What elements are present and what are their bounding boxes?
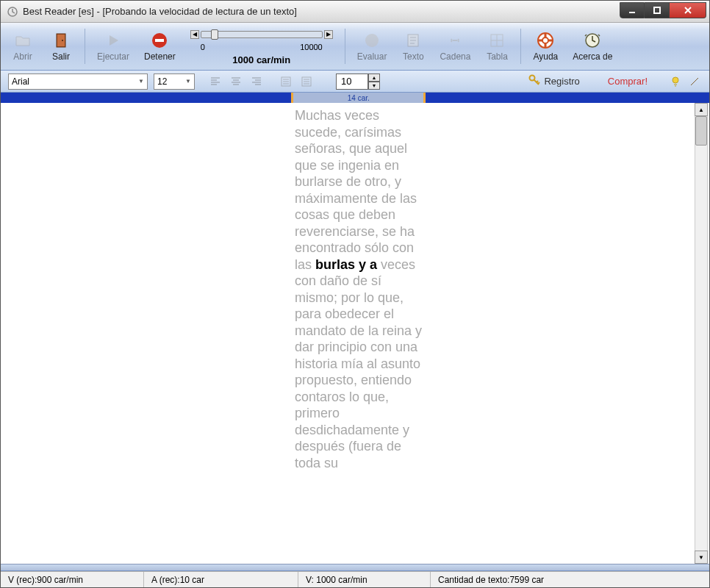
toolbar-separator: [520, 29, 521, 64]
titlebar[interactable]: Best Reader [es] - [Probando la velocida…: [1, 1, 709, 23]
svg-rect-9: [155, 39, 164, 42]
svg-point-10: [365, 34, 379, 47]
slider-right-arrow[interactable]: ▶: [324, 30, 333, 39]
table-button[interactable]: Tabla: [479, 26, 514, 67]
list-group: [277, 74, 315, 90]
chain-button[interactable]: Cadena: [434, 26, 476, 67]
slider-track[interactable]: [201, 31, 323, 38]
brush-button[interactable]: [687, 74, 702, 89]
svg-rect-6: [57, 35, 65, 46]
folder-open-icon: [13, 31, 32, 50]
statusbar: V (rec):900 car/min A (rec):10 car V: 10…: [1, 571, 709, 587]
door-icon: [51, 31, 71, 50]
lightbulb-button[interactable]: [668, 74, 683, 89]
about-button[interactable]: Acerca de: [567, 26, 618, 67]
columns-spinner: ▲ ▼: [336, 74, 380, 90]
status-vrec: V (rec):900 car/min: [1, 572, 144, 587]
hint-buttons: [668, 74, 702, 89]
status-cantidad: Cantidad de texto:7599 car: [431, 572, 709, 587]
exit-button[interactable]: Salir: [43, 26, 79, 67]
slider-thumb[interactable]: [211, 29, 218, 40]
columns-input[interactable]: [336, 74, 368, 90]
status-arec: A (rec):10 car: [144, 572, 298, 587]
chevron-down-icon: ▼: [185, 78, 191, 85]
list1-button[interactable]: [277, 74, 295, 90]
key-icon: [528, 74, 541, 89]
list2-button[interactable]: [298, 74, 315, 90]
status-v: V: 1000 car/min: [298, 572, 431, 587]
run-button[interactable]: Ejecutar: [91, 26, 135, 67]
ruler-marker[interactable]: 14 car.: [291, 93, 426, 103]
minimize-button[interactable]: [620, 2, 645, 18]
slider-labels: 0 10000: [190, 43, 333, 51]
font-combo[interactable]: Arial ▼: [8, 74, 148, 90]
align-center-button[interactable]: [227, 74, 245, 90]
maximize-button[interactable]: [645, 2, 670, 18]
toolbar-separator: [85, 29, 85, 64]
reading-text: Muchas veces sucede, carísimas señoras, …: [295, 103, 427, 564]
chain-icon: [445, 31, 465, 50]
chevron-down-icon: ▼: [138, 78, 144, 85]
svg-point-19: [542, 37, 548, 43]
window-title: Best Reader [es] - [Probando la velocida…: [23, 6, 620, 17]
svg-point-7: [62, 40, 63, 41]
bottom-border: [1, 564, 709, 571]
register-button[interactable]: Registro: [528, 74, 579, 89]
spinner-up-button[interactable]: ▲: [368, 74, 380, 82]
scroll-up-button[interactable]: ▲: [695, 103, 708, 116]
svg-rect-2: [654, 7, 660, 13]
align-group: [207, 74, 265, 90]
slider-row: ◀ ▶: [190, 28, 333, 41]
speed-slider-group: ◀ ▶ 0 10000 1000 car/min: [184, 26, 339, 67]
main-toolbar: Abrir Salir Ejecutar Detener ◀ ▶ 0 10000: [1, 23, 709, 71]
lifebuoy-icon: [536, 31, 555, 50]
font-size-combo[interactable]: 12 ▼: [154, 74, 195, 90]
buy-button[interactable]: Comprar!: [608, 76, 648, 87]
ruler-bar: 14 car.: [1, 93, 709, 103]
help-button[interactable]: Ayuda: [527, 26, 564, 67]
app-icon: [7, 6, 18, 18]
stop-button[interactable]: Detener: [138, 26, 182, 67]
spinner-down-button[interactable]: ▼: [368, 82, 380, 90]
circle-icon: [362, 31, 381, 50]
align-right-button[interactable]: [248, 74, 265, 90]
speed-value: 1000 car/min: [190, 54, 333, 65]
evaluate-button[interactable]: Evaluar: [351, 26, 393, 67]
text-button[interactable]: Texto: [395, 26, 431, 67]
vertical-scrollbar[interactable]: ▲ ▼: [695, 103, 708, 564]
window-controls: [620, 2, 706, 18]
scroll-thumb[interactable]: [695, 116, 707, 146]
current-word: burlas y a: [315, 257, 377, 272]
play-icon: [104, 31, 123, 50]
app-window: Best Reader [es] - [Probando la velocida…: [0, 0, 710, 588]
slider-left-arrow[interactable]: ◀: [190, 30, 199, 39]
scroll-down-button[interactable]: ▼: [695, 551, 708, 564]
align-left-button[interactable]: [207, 74, 224, 90]
open-button[interactable]: Abrir: [5, 26, 40, 67]
clock-icon: [583, 31, 602, 50]
text-icon: [404, 31, 423, 50]
close-button[interactable]: [670, 2, 706, 18]
stop-icon: [150, 31, 169, 50]
content-area: Muchas veces sucede, carísimas señoras, …: [1, 103, 709, 564]
toolbar-separator: [345, 29, 345, 64]
scroll-track[interactable]: [695, 116, 708, 551]
format-toolbar: Arial ▼ 12 ▼ ▲ ▼ Registro Comprar: [1, 71, 709, 93]
grid-icon: [487, 31, 506, 50]
